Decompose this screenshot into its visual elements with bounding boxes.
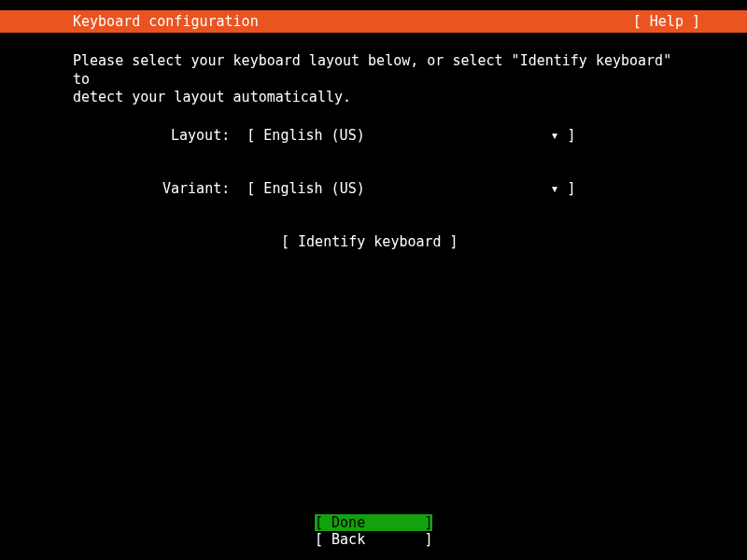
instruction-text: Please select your keyboard layout below… xyxy=(73,52,674,107)
header-bar: Keyboard configuration [ Help ] xyxy=(0,10,747,33)
variant-field-row: Variant: [ English (US) ▾ ] xyxy=(162,180,674,197)
identify-keyboard-button[interactable]: [ Identify keyboard ] xyxy=(281,233,674,250)
chevron-down-icon[interactable]: ▾ ] xyxy=(550,180,575,197)
variant-label: Variant: xyxy=(162,180,247,197)
layout-field-row: Layout: [ English (US) ▾ ] xyxy=(171,127,674,144)
page-title: Keyboard configuration xyxy=(73,13,259,30)
help-button[interactable]: [ Help ] xyxy=(633,13,700,30)
layout-dropdown[interactable]: [ English (US) xyxy=(247,127,550,144)
layout-label: Layout: xyxy=(171,127,247,144)
back-button[interactable]: [ Back ] xyxy=(315,531,432,549)
content-area: Please select your keyboard layout below… xyxy=(0,33,747,250)
footer: [ Done ] [ Back ] xyxy=(0,514,747,550)
variant-dropdown[interactable]: [ English (US) xyxy=(247,180,550,197)
chevron-down-icon[interactable]: ▾ ] xyxy=(550,127,575,144)
done-button[interactable]: [ Done ] xyxy=(315,514,432,532)
